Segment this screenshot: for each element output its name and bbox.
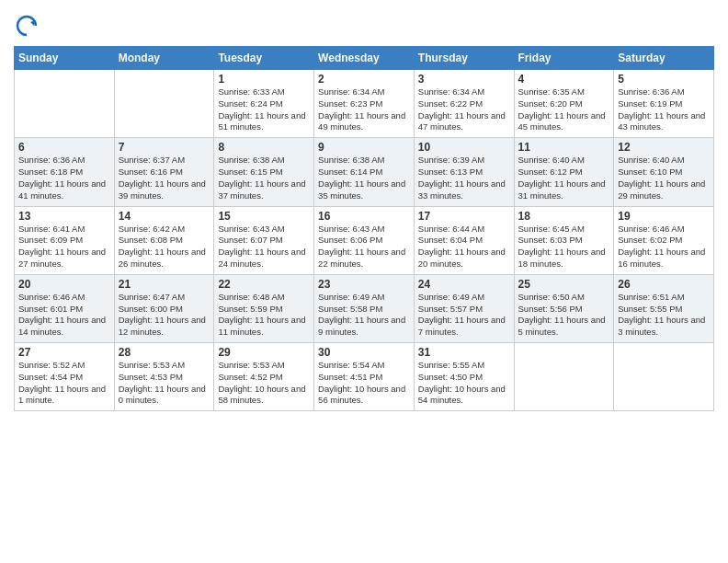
calendar-week-row: 1Sunrise: 6:33 AM Sunset: 6:24 PM Daylig… — [15, 70, 714, 138]
day-number: 10 — [418, 141, 510, 154]
calendar-week-row: 27Sunrise: 5:52 AM Sunset: 4:54 PM Dayli… — [15, 343, 714, 411]
calendar-week-row: 6Sunrise: 6:36 AM Sunset: 6:18 PM Daylig… — [15, 138, 714, 206]
day-info: Sunrise: 6:51 AM Sunset: 5:55 PM Dayligh… — [618, 292, 710, 339]
calendar-header-wednesday: Wednesday — [314, 47, 415, 70]
day-info: Sunrise: 6:34 AM Sunset: 6:23 PM Dayligh… — [318, 86, 410, 133]
calendar-cell: 15Sunrise: 6:43 AM Sunset: 6:07 PM Dayli… — [214, 206, 314, 274]
calendar-cell: 14Sunrise: 6:42 AM Sunset: 6:08 PM Dayli… — [114, 206, 214, 274]
logo — [14, 13, 41, 39]
day-info: Sunrise: 6:42 AM Sunset: 6:08 PM Dayligh… — [119, 224, 210, 270]
day-info: Sunrise: 6:48 AM Sunset: 5:59 PM Dayligh… — [218, 292, 310, 339]
calendar-cell: 10Sunrise: 6:39 AM Sunset: 6:13 PM Dayli… — [414, 138, 514, 206]
day-number: 18 — [518, 210, 610, 223]
day-number: 24 — [418, 278, 510, 291]
calendar-header-thursday: Thursday — [414, 47, 514, 70]
calendar-header-saturday: Saturday — [614, 47, 714, 70]
day-number: 25 — [518, 278, 610, 291]
day-info: Sunrise: 6:33 AM Sunset: 6:24 PM Dayligh… — [218, 86, 310, 133]
calendar-header-row: SundayMondayTuesdayWednesdayThursdayFrid… — [15, 47, 714, 70]
day-number: 5 — [618, 73, 710, 86]
header — [14, 9, 714, 39]
day-info: Sunrise: 6:37 AM Sunset: 6:16 PM Dayligh… — [119, 155, 210, 201]
day-number: 31 — [418, 346, 510, 359]
calendar-cell: 18Sunrise: 6:45 AM Sunset: 6:03 PM Dayli… — [514, 206, 614, 274]
day-info: Sunrise: 5:52 AM Sunset: 4:54 PM Dayligh… — [18, 360, 110, 407]
calendar-header-tuesday: Tuesday — [214, 47, 314, 70]
day-number: 22 — [218, 278, 310, 291]
day-info: Sunrise: 6:36 AM Sunset: 6:18 PM Dayligh… — [18, 155, 110, 201]
calendar-cell: 22Sunrise: 6:48 AM Sunset: 5:59 PM Dayli… — [214, 274, 314, 342]
day-number: 30 — [318, 346, 410, 359]
day-number: 11 — [518, 141, 610, 154]
calendar-week-row: 13Sunrise: 6:41 AM Sunset: 6:09 PM Dayli… — [15, 206, 714, 274]
day-number: 13 — [18, 210, 110, 223]
logo-icon — [14, 13, 40, 39]
calendar-header-monday: Monday — [114, 47, 214, 70]
calendar-cell: 28Sunrise: 5:53 AM Sunset: 4:53 PM Dayli… — [114, 343, 214, 411]
calendar-cell: 29Sunrise: 5:53 AM Sunset: 4:52 PM Dayli… — [214, 343, 314, 411]
calendar-table: SundayMondayTuesdayWednesdayThursdayFrid… — [14, 46, 714, 411]
day-info: Sunrise: 6:36 AM Sunset: 6:19 PM Dayligh… — [618, 86, 710, 133]
day-info: Sunrise: 6:44 AM Sunset: 6:04 PM Dayligh… — [418, 224, 510, 270]
day-info: Sunrise: 6:34 AM Sunset: 6:22 PM Dayligh… — [418, 86, 510, 133]
day-number: 14 — [119, 210, 210, 223]
day-number: 7 — [119, 141, 210, 154]
day-number: 28 — [119, 346, 210, 359]
calendar-cell: 19Sunrise: 6:46 AM Sunset: 6:02 PM Dayli… — [614, 206, 714, 274]
calendar-cell — [15, 70, 115, 138]
calendar-cell — [514, 343, 614, 411]
day-info: Sunrise: 6:38 AM Sunset: 6:14 PM Dayligh… — [318, 155, 410, 201]
day-number: 2 — [318, 73, 410, 86]
calendar-cell — [114, 70, 214, 138]
day-number: 9 — [318, 141, 410, 154]
day-info: Sunrise: 5:55 AM Sunset: 4:50 PM Dayligh… — [418, 360, 510, 407]
calendar-cell: 8Sunrise: 6:38 AM Sunset: 6:15 PM Daylig… — [214, 138, 314, 206]
calendar-cell: 21Sunrise: 6:47 AM Sunset: 6:00 PM Dayli… — [114, 274, 214, 342]
day-number: 1 — [218, 73, 310, 86]
day-info: Sunrise: 6:49 AM Sunset: 5:57 PM Dayligh… — [418, 292, 510, 339]
calendar-cell: 30Sunrise: 5:54 AM Sunset: 4:51 PM Dayli… — [314, 343, 415, 411]
day-number: 4 — [518, 73, 610, 86]
day-info: Sunrise: 6:40 AM Sunset: 6:12 PM Dayligh… — [518, 155, 610, 201]
day-number: 21 — [119, 278, 210, 291]
calendar-cell: 26Sunrise: 6:51 AM Sunset: 5:55 PM Dayli… — [614, 274, 714, 342]
calendar-cell: 12Sunrise: 6:40 AM Sunset: 6:10 PM Dayli… — [614, 138, 714, 206]
day-number: 19 — [618, 210, 710, 223]
calendar-cell: 1Sunrise: 6:33 AM Sunset: 6:24 PM Daylig… — [214, 70, 314, 138]
calendar-cell: 16Sunrise: 6:43 AM Sunset: 6:06 PM Dayli… — [314, 206, 415, 274]
calendar-cell — [614, 343, 714, 411]
calendar-header-sunday: Sunday — [15, 47, 115, 70]
calendar-cell: 13Sunrise: 6:41 AM Sunset: 6:09 PM Dayli… — [15, 206, 115, 274]
day-number: 17 — [418, 210, 510, 223]
calendar-week-row: 20Sunrise: 6:46 AM Sunset: 6:01 PM Dayli… — [15, 274, 714, 342]
day-number: 3 — [418, 73, 510, 86]
day-info: Sunrise: 6:50 AM Sunset: 5:56 PM Dayligh… — [518, 292, 610, 339]
calendar-cell: 20Sunrise: 6:46 AM Sunset: 6:01 PM Dayli… — [15, 274, 115, 342]
calendar-cell: 3Sunrise: 6:34 AM Sunset: 6:22 PM Daylig… — [414, 70, 514, 138]
calendar-cell: 24Sunrise: 6:49 AM Sunset: 5:57 PM Dayli… — [414, 274, 514, 342]
day-number: 15 — [218, 210, 310, 223]
day-info: Sunrise: 5:53 AM Sunset: 4:52 PM Dayligh… — [218, 360, 310, 407]
day-number: 27 — [18, 346, 110, 359]
calendar-cell: 9Sunrise: 6:38 AM Sunset: 6:14 PM Daylig… — [314, 138, 415, 206]
day-number: 8 — [218, 141, 310, 154]
day-info: Sunrise: 6:45 AM Sunset: 6:03 PM Dayligh… — [518, 224, 610, 270]
day-info: Sunrise: 6:41 AM Sunset: 6:09 PM Dayligh… — [18, 224, 110, 270]
page: SundayMondayTuesdayWednesdayThursdayFrid… — [0, 0, 728, 563]
day-info: Sunrise: 6:47 AM Sunset: 6:00 PM Dayligh… — [119, 292, 210, 339]
day-number: 6 — [18, 141, 110, 154]
calendar-cell: 25Sunrise: 6:50 AM Sunset: 5:56 PM Dayli… — [514, 274, 614, 342]
day-info: Sunrise: 6:43 AM Sunset: 6:07 PM Dayligh… — [218, 224, 310, 270]
day-info: Sunrise: 5:54 AM Sunset: 4:51 PM Dayligh… — [318, 360, 410, 407]
day-info: Sunrise: 6:40 AM Sunset: 6:10 PM Dayligh… — [618, 155, 710, 201]
calendar-header-friday: Friday — [514, 47, 614, 70]
calendar-cell: 17Sunrise: 6:44 AM Sunset: 6:04 PM Dayli… — [414, 206, 514, 274]
calendar-cell: 6Sunrise: 6:36 AM Sunset: 6:18 PM Daylig… — [15, 138, 115, 206]
day-number: 26 — [618, 278, 710, 291]
day-number: 16 — [318, 210, 410, 223]
day-number: 20 — [18, 278, 110, 291]
day-info: Sunrise: 6:39 AM Sunset: 6:13 PM Dayligh… — [418, 155, 510, 201]
day-info: Sunrise: 6:43 AM Sunset: 6:06 PM Dayligh… — [318, 224, 410, 270]
calendar-cell: 23Sunrise: 6:49 AM Sunset: 5:58 PM Dayli… — [314, 274, 415, 342]
day-number: 29 — [218, 346, 310, 359]
